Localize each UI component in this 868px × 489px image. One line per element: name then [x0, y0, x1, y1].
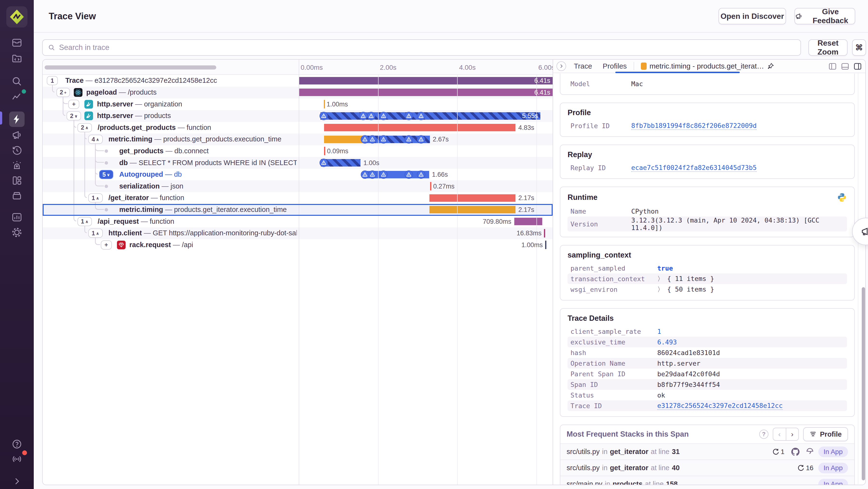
sidebar-item-performance[interactable] [0, 112, 34, 127]
span-toggle-badge[interactable]: 5∨ [99, 170, 114, 179]
detail-value[interactable]: e31278c256524c3297e2cd12458e12cc [657, 402, 783, 410]
span-duration-bar[interactable] [324, 124, 516, 131]
sentry-logo[interactable] [6, 6, 28, 28]
pin-icon[interactable] [767, 62, 774, 70]
give-feedback-button[interactable]: Give Feedback [795, 8, 855, 24]
span-toggle-badge[interactable]: 1∧ [88, 193, 103, 202]
warning-icon[interactable] [379, 135, 388, 144]
github-icon[interactable] [791, 448, 800, 456]
dock-left-icon[interactable] [828, 62, 837, 71]
detail-value[interactable]: 8fb7bb1891994f8c862f206e8722009d [631, 122, 756, 130]
span-duration-bar[interactable] [429, 194, 516, 202]
sidebar-item-crons[interactable] [0, 188, 34, 203]
drawer-scrollbar[interactable] [862, 287, 865, 480]
warning-icon[interactable] [417, 135, 425, 144]
detail-card: Trace Detailsclient_sample_rate1exclusiv… [560, 308, 855, 417]
detail-value[interactable]: ecae7c51f0024f2fa82e6314045d73b5 [631, 164, 756, 172]
warning-icon[interactable] [319, 159, 328, 167]
span-row-label[interactable]: Autogrouped — db [119, 170, 297, 178]
sidebar-item-insights[interactable] [0, 173, 34, 188]
tab-span-pinned[interactable]: metric.timing - products.get_iterat… [636, 60, 779, 73]
span-row-label[interactable]: metric.timing — products.get_products.ex… [108, 135, 297, 143]
span-toggle-badge[interactable]: 4∧ [88, 135, 103, 144]
span-row-label[interactable]: http.client — GET https://application-mo… [108, 229, 297, 237]
selected-row-outline[interactable] [43, 204, 553, 216]
sidebar-collapse-button[interactable] [0, 473, 34, 489]
span-toggle-badge[interactable]: 1∧ [88, 229, 103, 238]
tab-profiles[interactable]: Profiles [597, 60, 632, 73]
detail-value[interactable]: 〉{ 11 items } [657, 275, 714, 283]
warning-icon[interactable] [367, 112, 375, 120]
sidebar-item-releases[interactable] [0, 127, 34, 143]
stack-frame-row[interactable]: src/utils.pyinget_iteratorat line311In A… [560, 443, 854, 460]
search-input[interactable] [59, 43, 795, 52]
span-row-label[interactable]: Trace — e31278c256524c3297e2cd12458e12cc [65, 77, 297, 84]
profile-button[interactable]: Profile [803, 427, 848, 441]
span-toggle-badge[interactable]: 2∨ [67, 111, 81, 120]
span-row-label[interactable]: db — SELECT * FROM products WHERE id IN … [119, 159, 297, 167]
detail-value[interactable]: 〉{ 50 items } [657, 285, 714, 294]
sidebar-item-explore[interactable] [0, 74, 34, 89]
warning-icon[interactable] [368, 170, 377, 179]
autofix-icon[interactable] [806, 448, 814, 456]
sidebar-item-dashboards[interactable] [0, 89, 34, 104]
span-row-label[interactable]: rack.request — /api [129, 241, 297, 249]
warning-icon[interactable] [405, 170, 413, 179]
warning-icon[interactable] [319, 112, 328, 120]
warning-icon[interactable] [361, 170, 369, 179]
dock-bottom-icon[interactable] [841, 62, 849, 71]
span-duration-bar[interactable] [299, 89, 553, 96]
span-toggle-badge[interactable]: + [68, 100, 79, 109]
span-toggle-badge[interactable]: 1∧ [78, 217, 92, 226]
sidebar-item-alerts[interactable] [0, 157, 34, 173]
span-row-label[interactable]: /products.get_products — function [98, 123, 297, 132]
stack-frame-row[interactable]: src/main.pyinproductsat line158In App [560, 476, 854, 485]
span-duration-bar[interactable] [320, 112, 540, 120]
sidebar-item-settings[interactable] [0, 225, 34, 240]
stack-frame-row[interactable]: src/utils.pyinget_iteratorat line4016In … [560, 460, 854, 476]
span-duration-bar[interactable] [299, 77, 553, 84]
span-duration-bar[interactable] [324, 136, 363, 143]
warning-icon[interactable] [417, 112, 425, 120]
open-in-discover-button[interactable]: Open in Discover [718, 8, 786, 24]
sidebar-item-projects[interactable] [0, 51, 34, 66]
span-toggle-badge[interactable]: 1 [47, 76, 58, 85]
span-duration-bar[interactable] [514, 218, 542, 225]
span-row-label[interactable]: pageload — /products [86, 88, 297, 96]
warning-icon[interactable] [368, 135, 377, 144]
span-row-label[interactable]: http.server — products [97, 112, 297, 120]
warning-icon[interactable] [405, 135, 413, 144]
help-circle-icon[interactable]: ? [759, 430, 768, 439]
span-row-label[interactable]: http.server — organization [97, 100, 297, 108]
drawer-collapse-icon[interactable] [557, 61, 566, 71]
warning-icon[interactable] [379, 112, 388, 120]
span-row-label[interactable]: serialization — json [119, 182, 297, 190]
span-toggle-badge[interactable]: 2+ [56, 88, 70, 97]
span-tick [545, 241, 546, 249]
prev-stack-button[interactable]: ‹ [773, 428, 786, 441]
warning-icon[interactable] [405, 112, 413, 120]
dock-right-icon[interactable] [853, 62, 862, 71]
span-toggle-badge[interactable]: + [101, 240, 112, 250]
sidebar-item-stats[interactable] [0, 209, 34, 225]
warning-icon[interactable] [379, 170, 388, 179]
sidebar-item-replays[interactable] [0, 142, 34, 158]
span-row-label[interactable]: get_products — db.connect [119, 147, 297, 155]
horizontal-scrollbar[interactable] [44, 65, 216, 69]
next-stack-button[interactable]: › [786, 428, 799, 441]
help-button[interactable] [0, 436, 34, 452]
warning-icon[interactable] [359, 112, 368, 120]
tab-trace[interactable]: Trace [568, 60, 597, 73]
span-row-label[interactable]: /api_request — function [98, 218, 297, 225]
warning-icon[interactable] [417, 170, 425, 179]
sidebar-item-issues[interactable] [0, 35, 34, 51]
whats-new-button[interactable] [0, 451, 34, 467]
shortcut-button[interactable]: ⌘ [852, 39, 866, 56]
warning-icon[interactable] [361, 135, 369, 144]
span-duration-label: 16.83ms [517, 230, 541, 237]
detail-value: http.server [657, 359, 701, 367]
detail-key: transaction_context [570, 275, 657, 283]
span-row-label[interactable]: /get_iterator — function [108, 194, 297, 202]
reset-zoom-button[interactable]: Reset Zoom [808, 39, 847, 56]
span-toggle-badge[interactable]: 2∧ [78, 123, 92, 132]
